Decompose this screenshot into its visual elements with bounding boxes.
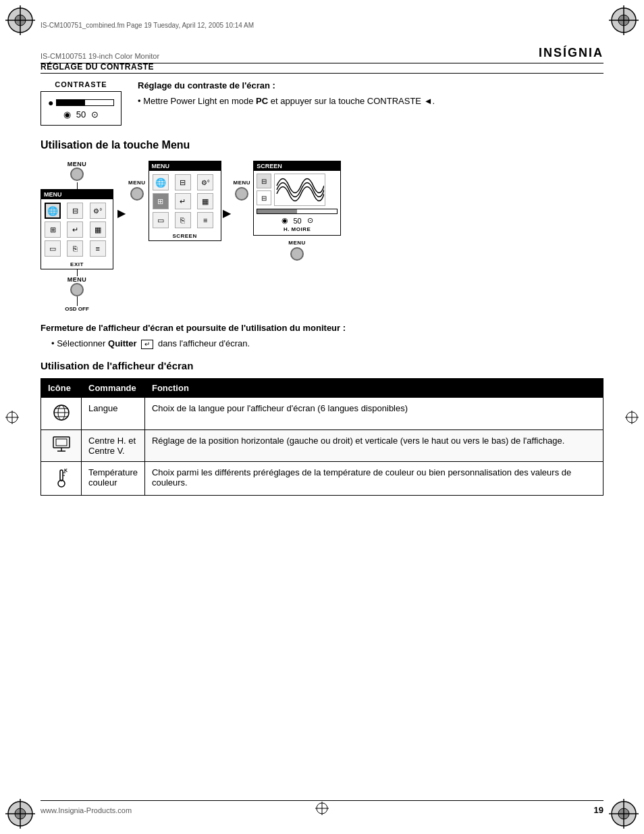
table-row: K Températurecouleur Choix parmi les dif… bbox=[41, 461, 603, 495]
side-screen-circle bbox=[235, 187, 248, 201]
td-icon-monitor bbox=[41, 429, 82, 461]
icon-rect-cell-2: ▭ bbox=[153, 212, 169, 228]
icon-monitor-cell-2: ⊟ bbox=[175, 174, 191, 190]
bottom-right-big-circle bbox=[609, 799, 639, 829]
icon-enter-cell-2: ↵ bbox=[175, 193, 191, 209]
screen-panel-content: ⊟ ⊟ bbox=[254, 171, 340, 235]
screen-slider-bar bbox=[257, 209, 338, 214]
icon-temp-cell-2: ⚙° bbox=[197, 174, 213, 190]
icon-list-cell-2: ≡ bbox=[197, 212, 213, 228]
menu-panel-2: MENU 🌐 ⊟ ⚙° ⊞ ↵ ▦ ▭ ⎘ ≡ SCREEN bbox=[149, 161, 221, 241]
contraste-instructions: Réglage du contraste de l'écran : • Mett… bbox=[138, 80, 603, 108]
top-right-big-circle bbox=[609, 5, 639, 35]
screen-icon-col: ⊟ ⊟ bbox=[257, 174, 271, 205]
menu-panel-grid-1: 🌐 ⊟ ⚙° ⊞ ↵ ▦ ▭ ⎘ ≡ bbox=[41, 199, 113, 260]
menu-panel-header-1: MENU bbox=[41, 190, 113, 199]
contraste-label: CONTRASTE bbox=[41, 80, 122, 88]
right-center-crosshair bbox=[625, 411, 639, 424]
screen-icon-2: ⊟ bbox=[257, 190, 271, 205]
arrow-right-1: ▶ bbox=[117, 207, 126, 219]
menu-panel-1: MENU 🌐 ⊟ ⚙° ⊞ ↵ ▦ ▭ ⎘ ≡ bbox=[41, 189, 113, 269]
diag-col-2: MENU 🌐 ⊟ ⚙° ⊞ ↵ ▦ ▭ ⎘ ≡ SCREEN bbox=[149, 161, 221, 241]
screen-top-row: ⊟ ⊟ bbox=[257, 174, 338, 206]
screen-slider-fill bbox=[257, 209, 297, 213]
side-menu-circle bbox=[130, 187, 144, 201]
menu-panel-footer-1: EXIT bbox=[41, 260, 113, 269]
screen-bottom-circle bbox=[290, 247, 304, 261]
icon-globe-cell-2: 🌐 bbox=[153, 174, 169, 190]
icon-globe-cell: 🌐 bbox=[45, 203, 61, 219]
screen-bottom-menu: MENU bbox=[288, 240, 306, 261]
side-menu-label: MENU bbox=[128, 180, 146, 186]
bottom-left-big-circle bbox=[5, 799, 35, 829]
th-fonction: Fonction bbox=[144, 378, 603, 397]
line-2 bbox=[77, 269, 78, 276]
screen-bottom-menu-label: MENU bbox=[288, 240, 306, 246]
doc-header: IS-CM100751_combined.fm Page 19 Tuesday,… bbox=[41, 22, 603, 29]
footer: www.Insignia-Products.com 19 bbox=[41, 800, 603, 815]
icon-list-cell: ≡ bbox=[90, 240, 106, 257]
contraste-box: ● ◉ 50 ⊙ bbox=[41, 91, 122, 126]
td-fonction-1: Choix de la langue pour l'afficheur d'éc… bbox=[144, 397, 603, 429]
contraste-bar-fill bbox=[57, 100, 85, 105]
menu-bottom-label-1: MENU bbox=[68, 276, 87, 283]
icon-table-cell: ▦ bbox=[90, 221, 106, 238]
screen-icon-1: ⊟ bbox=[257, 174, 271, 188]
afficheur-table: Icône Commande Fonction Langue C bbox=[41, 378, 603, 496]
contraste-value: 50 bbox=[76, 109, 86, 120]
contraste-instr-text: • Mettre Power Light en mode PC et appuy… bbox=[138, 95, 603, 108]
temp-icon: K bbox=[52, 467, 71, 488]
td-icon-globe bbox=[41, 397, 82, 429]
icon-grid-cell: ⊞ bbox=[45, 221, 61, 238]
contraste-bar-container bbox=[56, 99, 114, 106]
td-fonction-2: Réglage de la position horizontale (gauc… bbox=[144, 429, 603, 461]
screen-value: 50 bbox=[294, 217, 302, 225]
menu-diagram-container: MENU MENU 🌐 ⊟ ⚙° ⊞ ↵ ▦ bbox=[41, 161, 603, 312]
contraste-box-wrapper: CONTRASTE ● ◉ 50 ⊙ bbox=[41, 80, 122, 126]
menu-top-label-1: MENU bbox=[68, 161, 87, 167]
arrow-right-2: ▶ bbox=[223, 207, 231, 219]
screen-h-moire-label: H. MOIRE bbox=[257, 226, 338, 232]
td-commande-1: Langue bbox=[82, 397, 145, 429]
contraste-slider-row: ● bbox=[48, 97, 114, 108]
diag-col-3-wrapper: MENU SCREEN ⊟ ⊟ bbox=[234, 161, 342, 261]
th-commande: Commande bbox=[82, 378, 145, 397]
svg-text:K: K bbox=[64, 468, 68, 473]
contraste-value-row: ◉ 50 ⊙ bbox=[48, 109, 114, 120]
td-fonction-3: Choix parmi les différents préréglages d… bbox=[144, 461, 603, 495]
contraste-right-arrow: ⊙ bbox=[91, 109, 99, 120]
menu-circle-bottom-1 bbox=[70, 283, 84, 296]
icon-grid-cell-2: ⊞ bbox=[153, 193, 169, 209]
menu-section-title: Utilisation de la touche Menu bbox=[41, 139, 603, 151]
afficheur-title: Utilisation de l'afficheur d'écran bbox=[41, 360, 603, 371]
reglage-heading: Réglage du contraste bbox=[41, 62, 603, 74]
screen-left-btn: ◉ bbox=[281, 216, 288, 225]
th-icone: Icône bbox=[41, 378, 82, 397]
table-header-row: Icône Commande Fonction bbox=[41, 378, 603, 397]
icon-enter-cell: ↵ bbox=[67, 221, 83, 238]
screen-right-btn: ⊙ bbox=[307, 216, 313, 225]
diag-col-2-wrapper: MENU MENU 🌐 ⊟ ⚙° ⊞ ↵ ▦ ▭ bbox=[128, 161, 221, 241]
contraste-left-arrow: ◉ bbox=[63, 109, 71, 120]
fermeture-title: Fermeture de l'afficheur d'écran et pour… bbox=[41, 323, 603, 333]
side-screen-menu-btn: MENU bbox=[234, 180, 251, 201]
contraste-instr-title: Réglage du contraste de l'écran : bbox=[138, 80, 603, 90]
wave-svg bbox=[275, 175, 324, 205]
td-commande-2: Centre H. etCentre V. bbox=[82, 429, 145, 461]
contrast-low-icon: ● bbox=[48, 97, 53, 108]
line-1 bbox=[77, 182, 78, 189]
screen-wave-area bbox=[274, 174, 325, 206]
svg-rect-37 bbox=[56, 439, 67, 446]
globe-icon bbox=[52, 403, 71, 422]
menu-diagram-top: MENU MENU 🌐 ⊟ ⚙° ⊞ ↵ ▦ bbox=[41, 161, 603, 312]
icon-rect-cell: ▭ bbox=[45, 240, 61, 257]
footer-url: www.Insignia-Products.com bbox=[41, 806, 132, 814]
menu-panel-header-2: MENU bbox=[149, 161, 221, 171]
contraste-area: CONTRASTE ● ◉ 50 ⊙ Réglage du contraste … bbox=[41, 80, 603, 126]
icon-copy-cell-2: ⎘ bbox=[175, 212, 191, 228]
icon-copy-cell: ⎘ bbox=[67, 240, 83, 257]
fermeture-text: • Sélectionner Quitter ↵ dans l'afficheu… bbox=[51, 337, 603, 350]
footer-page: 19 bbox=[594, 805, 603, 815]
line-3 bbox=[77, 296, 78, 306]
menu-panel-footer-2: SCREEN bbox=[149, 232, 221, 240]
